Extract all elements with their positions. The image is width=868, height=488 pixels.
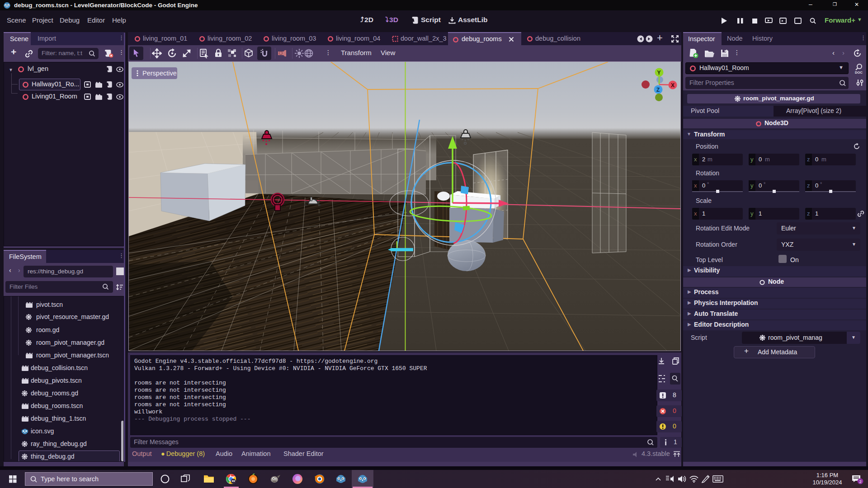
svg-text:DOC: DOC [855,70,863,74]
svg-text:Perspective: Perspective [142,70,177,77]
svg-text:2: 2 [859,479,862,484]
svg-text:Y: Y [657,70,661,76]
svg-text:X: X [671,82,675,89]
svg-text:Z: Z [656,87,660,93]
